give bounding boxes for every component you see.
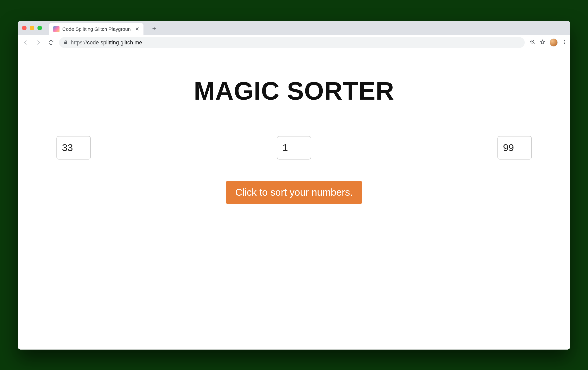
number-input-1[interactable] xyxy=(56,136,91,160)
svg-point-5 xyxy=(564,41,565,42)
close-window-button[interactable] xyxy=(22,26,27,30)
kebab-menu-icon[interactable] xyxy=(562,40,567,46)
tab-strip: Code Splitting Glitch Playgroun ✕ + xyxy=(18,21,570,35)
browser-window: Code Splitting Glitch Playgroun ✕ + http… xyxy=(18,21,570,350)
fullscreen-window-button[interactable] xyxy=(37,26,42,30)
number-input-3[interactable] xyxy=(497,136,532,160)
url-host: code-splitting.glitch.me xyxy=(87,40,142,46)
svg-point-6 xyxy=(564,43,565,44)
address-bar[interactable]: https://code-splitting.glitch.me xyxy=(59,37,525,48)
svg-point-4 xyxy=(564,40,565,41)
profile-avatar[interactable] xyxy=(550,39,558,47)
tab-close-icon[interactable]: ✕ xyxy=(135,26,139,32)
reload-button[interactable] xyxy=(46,38,56,47)
toolbar-right xyxy=(530,39,567,47)
svg-line-1 xyxy=(534,43,535,44)
arrow-right-icon xyxy=(35,40,42,46)
zoom-icon[interactable] xyxy=(530,39,536,46)
url-text: https://code-splitting.glitch.me xyxy=(71,40,142,46)
sort-button[interactable]: Click to sort your numbers. xyxy=(226,181,362,204)
forward-button[interactable] xyxy=(34,38,43,47)
lock-icon xyxy=(63,40,68,46)
tab-title: Code Splitting Glitch Playgroun xyxy=(62,26,131,32)
page-title: MAGIC SORTER xyxy=(194,76,394,105)
url-scheme: https:// xyxy=(71,40,87,46)
minimize-window-button[interactable] xyxy=(30,26,34,30)
bookmark-star-icon[interactable] xyxy=(540,39,546,46)
browser-toolbar: https://code-splitting.glitch.me xyxy=(18,35,570,50)
arrow-left-icon xyxy=(22,40,29,46)
new-tab-button[interactable]: + xyxy=(150,24,159,33)
browser-tab[interactable]: Code Splitting Glitch Playgroun ✕ xyxy=(49,23,144,35)
window-controls xyxy=(22,26,42,30)
page-content: MAGIC SORTER Click to sort your numbers. xyxy=(18,50,570,350)
back-button[interactable] xyxy=(21,38,30,47)
tab-favicon-icon xyxy=(53,26,60,32)
number-input-2[interactable] xyxy=(277,136,311,160)
reload-icon xyxy=(48,40,54,46)
number-inputs-row xyxy=(56,136,532,160)
